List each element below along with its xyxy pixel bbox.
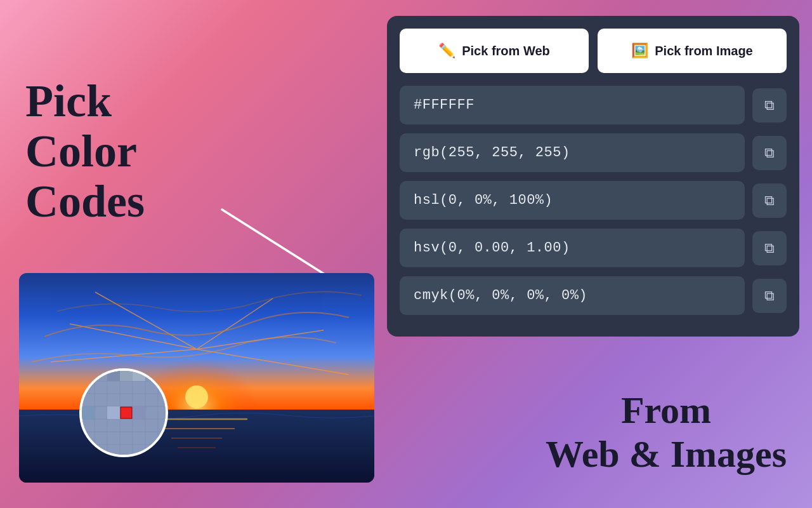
hsl-copy-button[interactable]: ⧉ [752, 184, 787, 218]
color-picker-panel: ✏️ Pick from Web 🖼️ Pick from Image #FFF… [387, 16, 799, 337]
button-row: ✏️ Pick from Web 🖼️ Pick from Image [400, 29, 787, 73]
from-web-images-title: From Web & Images [546, 389, 787, 476]
hex-copy-button[interactable]: ⧉ [752, 88, 787, 123]
hsl-text: hsl(0, 0%, 100%) [414, 192, 553, 208]
copy-icon-hex: ⧉ [764, 97, 775, 114]
copy-icon-rgb: ⧉ [764, 145, 775, 161]
title-line1: Pick [25, 76, 145, 126]
rgb-copy-button[interactable]: ⧉ [752, 136, 787, 170]
title-line3: Codes [25, 177, 145, 227]
sunset-image [19, 273, 374, 483]
web-images-line: Web & Images [546, 432, 787, 476]
hsv-row: hsv(0, 0.00, 1.00) ⧉ [400, 229, 787, 267]
pen-icon: ✏️ [438, 43, 455, 59]
svg-rect-38 [133, 406, 145, 419]
magnifier-circle [79, 368, 168, 457]
svg-rect-31 [107, 368, 120, 381]
hsl-row: hsl(0, 0%, 100%) ⧉ [400, 181, 787, 220]
svg-point-4 [185, 385, 208, 408]
svg-rect-39 [121, 407, 132, 418]
copy-icon-hsl: ⧉ [764, 192, 775, 209]
color-values-list: #FFFFFF ⧉ rgb(255, 255, 255) ⧉ hsl(0, 0%… [400, 86, 787, 315]
hex-row: #FFFFFF ⧉ [400, 86, 787, 124]
svg-rect-11 [19, 410, 374, 483]
cmyk-row: cmyk(0%, 0%, 0%, 0%) ⧉ [400, 276, 787, 315]
pick-color-codes-title: Pick Color Codes [25, 76, 145, 227]
from-line: From [546, 389, 787, 432]
hsl-value: hsl(0, 0%, 100%) [400, 181, 745, 220]
copy-icon-cmyk: ⧉ [764, 288, 775, 304]
hsv-value: hsv(0, 0.00, 1.00) [400, 229, 745, 267]
hsv-text: hsv(0, 0.00, 1.00) [414, 240, 570, 256]
rgb-value: rgb(255, 255, 255) [400, 133, 745, 172]
image-icon: 🖼️ [631, 43, 648, 59]
copy-icon-hsv: ⧉ [764, 240, 775, 257]
pick-from-image-button[interactable]: 🖼️ Pick from Image [598, 29, 787, 73]
hex-value: #FFFFFF [400, 86, 745, 124]
pick-from-web-button[interactable]: ✏️ Pick from Web [400, 29, 589, 73]
svg-rect-36 [82, 406, 95, 419]
svg-rect-37 [107, 406, 120, 419]
pick-from-image-label: Pick from Image [655, 44, 753, 58]
rgb-text: rgb(255, 255, 255) [414, 145, 570, 161]
pick-from-web-label: Pick from Web [462, 44, 550, 58]
cmyk-value: cmyk(0%, 0%, 0%, 0%) [400, 276, 745, 315]
rgb-row: rgb(255, 255, 255) ⧉ [400, 133, 787, 172]
cmyk-copy-button[interactable]: ⧉ [752, 279, 787, 313]
hsv-copy-button[interactable]: ⧉ [752, 231, 787, 265]
cmyk-text: cmyk(0%, 0%, 0%, 0%) [414, 288, 587, 304]
svg-rect-32 [120, 368, 133, 381]
title-line2: Color [25, 126, 145, 177]
hex-text: #FFFFFF [414, 97, 475, 113]
